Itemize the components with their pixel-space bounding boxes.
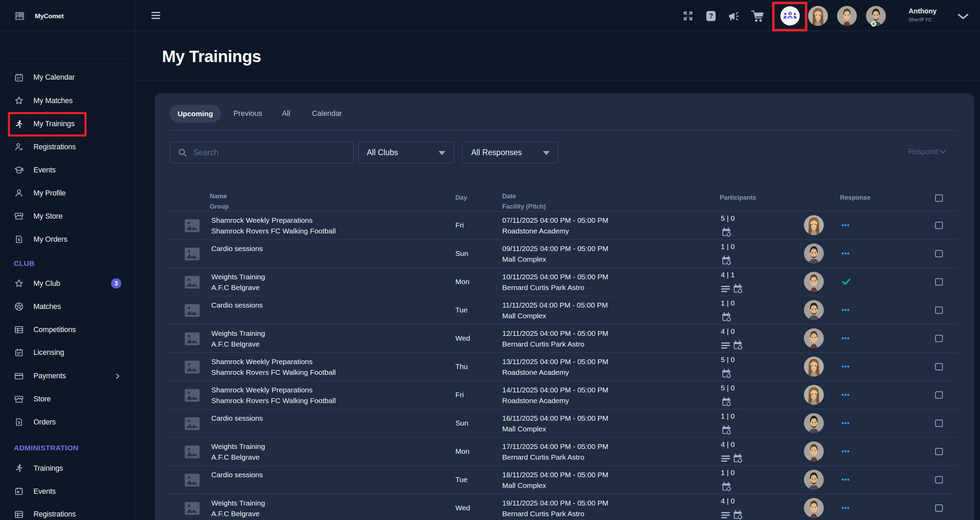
svg-text:$: $ [18, 420, 20, 424]
svg-text:$: $ [18, 238, 20, 242]
